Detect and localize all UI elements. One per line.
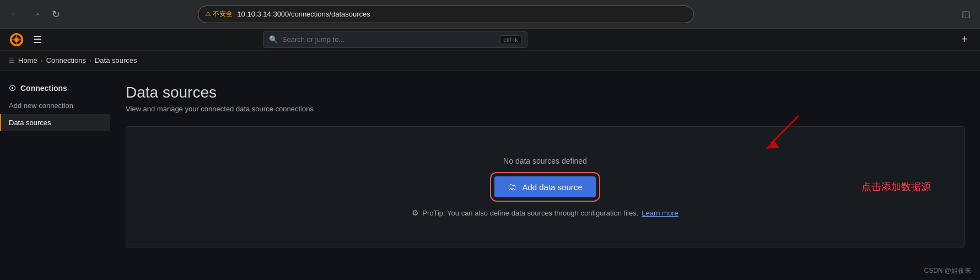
red-arrow-annotation (755, 110, 810, 156)
sidebar-item-label: Add new connection (9, 101, 73, 110)
breadcrumb-sep-2: › (89, 57, 91, 64)
menu-icon-small: ☰ (9, 57, 15, 64)
reload-button[interactable]: ↻ (49, 6, 63, 23)
page-title: Data sources (126, 84, 965, 101)
protip-container: ⚙ ProTip: You can also define data sourc… (412, 208, 678, 217)
chinese-annotation: 点击添加数据源 (861, 180, 931, 193)
top-navbar: ☰ 🔍 Search or jump to... ctrl+k + (0, 29, 980, 51)
search-placeholder: Search or jump to... (282, 35, 496, 44)
database-icon: 🗂 (508, 182, 516, 192)
sidebar-item-data-sources[interactable]: Data sources (0, 114, 110, 131)
breadcrumb-home[interactable]: Home (18, 56, 37, 64)
sidebar: ☉ Connections Add new connection Data so… (0, 71, 110, 280)
csdn-watermark: CSDN @姐夜来 (924, 266, 971, 276)
browser-action-btn[interactable]: ◫ (959, 7, 973, 21)
empty-state-panel: No data sources defined 🗂 Add data sourc… (126, 126, 965, 247)
back-button[interactable]: ← (7, 6, 23, 22)
search-icon: 🔍 (269, 35, 278, 44)
url-text: 10.10.3.14:3000/connections/datasources (237, 10, 370, 18)
content-area: Data sources View and manage your connec… (110, 71, 980, 280)
main-layout: ☉ Connections Add new connection Data so… (0, 71, 980, 280)
protip-text: ProTip: You can also define data sources… (422, 209, 638, 217)
breadcrumb-current: Data sources (95, 56, 137, 64)
grafana-logo[interactable] (9, 32, 24, 47)
page-subtitle: View and manage your connected data sour… (126, 105, 965, 113)
connections-icon: ☉ (9, 84, 16, 93)
svg-rect-6 (19, 39, 21, 40)
no-data-text: No data sources defined (503, 157, 587, 165)
add-data-source-button[interactable]: 🗂 Add data source (494, 176, 595, 197)
address-bar[interactable]: ⚠ 不安全 10.10.3.14:3000/connections/dataso… (198, 6, 694, 23)
add-btn-label: Add data source (522, 182, 582, 192)
forward-button[interactable]: → (28, 6, 44, 22)
svg-line-7 (771, 116, 799, 143)
search-shortcut: ctrl+k (500, 35, 521, 44)
breadcrumb-sep-1: › (41, 57, 43, 64)
app-container: ☰ 🔍 Search or jump to... ctrl+k + ☰ Home… (0, 29, 980, 280)
svg-rect-5 (12, 39, 14, 40)
breadcrumb-connections[interactable]: Connections (46, 56, 86, 64)
browser-chrome: ← → ↻ ⚠ 不安全 10.10.3.14:3000/connections/… (0, 0, 980, 29)
svg-rect-3 (16, 35, 17, 37)
sidebar-section-connections[interactable]: ☉ Connections (0, 79, 110, 97)
protip-icon: ⚙ (412, 208, 419, 217)
add-new-button[interactable]: + (958, 32, 971, 47)
navbar-right: + (958, 32, 971, 47)
sidebar-section-label: Connections (20, 84, 67, 93)
breadcrumb-bar: ☰ Home › Connections › Data sources (0, 51, 980, 71)
security-warning: ⚠ 不安全 (205, 9, 233, 19)
browser-actions: ◫ (959, 7, 973, 21)
svg-rect-4 (16, 42, 17, 44)
search-bar[interactable]: 🔍 Search or jump to... ctrl+k (263, 31, 527, 48)
svg-point-2 (14, 37, 19, 41)
hamburger-menu[interactable]: ☰ (31, 31, 44, 48)
sidebar-item-add-connection[interactable]: Add new connection (0, 97, 110, 114)
learn-more-link[interactable]: Learn more (642, 209, 678, 217)
sidebar-item-label: Data sources (9, 119, 51, 127)
